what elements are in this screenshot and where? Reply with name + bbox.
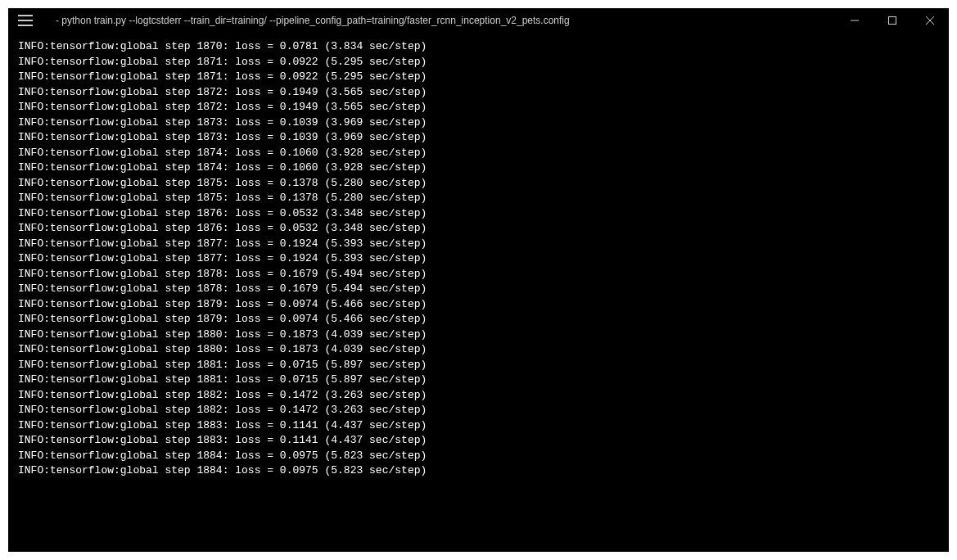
log-line: INFO:tensorflow:global step 1882: loss =… [18, 403, 939, 418]
log-line: INFO:tensorflow:global step 1880: loss =… [18, 342, 939, 358]
log-line: INFO:tensorflow:global step 1875: loss =… [18, 191, 939, 206]
terminal-output[interactable]: INFO:tensorflow:global step 1870: loss =… [8, 33, 949, 489]
log-line: INFO:tensorflow:global step 1874: loss =… [18, 160, 939, 176]
log-line: INFO:tensorflow:global step 1872: loss =… [18, 85, 939, 101]
log-line: INFO:tensorflow:global step 1873: loss =… [18, 115, 939, 131]
log-line: INFO:tensorflow:global step 1882: loss =… [18, 388, 939, 404]
terminal-window: - python train.py --logtcstderr --train_… [8, 8, 949, 552]
close-button[interactable] [911, 8, 949, 33]
log-line: INFO:tensorflow:global step 1880: loss =… [18, 327, 939, 343]
log-line: INFO:tensorflow:global step 1884: loss =… [18, 449, 939, 464]
close-icon [926, 16, 934, 25]
log-line: INFO:tensorflow:global step 1881: loss =… [18, 373, 939, 388]
log-line: INFO:tensorflow:global step 1879: loss =… [18, 312, 939, 327]
log-line: INFO:tensorflow:global step 1877: loss =… [18, 251, 939, 267]
window-title: - python train.py --logtcstderr --train_… [56, 15, 836, 26]
log-line: INFO:tensorflow:global step 1873: loss =… [18, 130, 939, 146]
log-line: INFO:tensorflow:global step 1870: loss =… [18, 39, 939, 55]
log-line: INFO:tensorflow:global step 1871: loss =… [18, 55, 939, 70]
log-line: INFO:tensorflow:global step 1876: loss =… [18, 206, 939, 222]
maximize-icon [888, 16, 896, 25]
log-line: INFO:tensorflow:global step 1878: loss =… [18, 267, 939, 282]
hamburger-menu-icon[interactable] [18, 15, 33, 26]
titlebar: - python train.py --logtcstderr --train_… [8, 8, 949, 33]
log-line: INFO:tensorflow:global step 1884: loss =… [18, 463, 939, 479]
log-line: INFO:tensorflow:global step 1872: loss =… [18, 100, 939, 115]
minimize-button[interactable] [836, 8, 873, 33]
log-line: INFO:tensorflow:global step 1878: loss =… [18, 282, 939, 297]
svg-rect-1 [889, 17, 896, 25]
log-line: INFO:tensorflow:global step 1879: loss =… [18, 297, 939, 313]
maximize-button[interactable] [873, 8, 911, 33]
log-line: INFO:tensorflow:global step 1877: loss =… [18, 237, 939, 252]
log-line: INFO:tensorflow:global step 1883: loss =… [18, 418, 939, 434]
log-line: INFO:tensorflow:global step 1874: loss =… [18, 146, 939, 161]
log-line: INFO:tensorflow:global step 1883: loss =… [18, 433, 939, 449]
log-line: INFO:tensorflow:global step 1881: loss =… [18, 358, 939, 373]
log-line: INFO:tensorflow:global step 1876: loss =… [18, 221, 939, 237]
minimize-icon [851, 16, 859, 25]
window-controls [836, 8, 949, 33]
log-line: INFO:tensorflow:global step 1875: loss =… [18, 176, 939, 192]
log-line: INFO:tensorflow:global step 1871: loss =… [18, 70, 939, 85]
